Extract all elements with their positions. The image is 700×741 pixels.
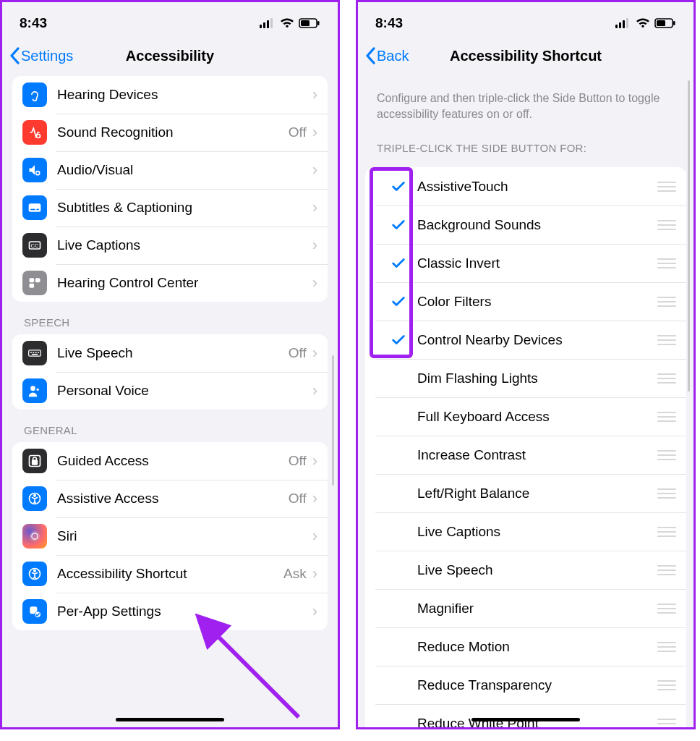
phone-accessibility: 8:43 Settings Accessibility Hearing Devi…	[0, 0, 340, 729]
drag-handle-icon[interactable]	[657, 297, 676, 307]
svg-rect-25	[33, 460, 38, 465]
svg-point-7	[37, 135, 40, 138]
scrollbar[interactable]	[688, 80, 690, 391]
row-guided-access[interactable]: Guided Access Off ›	[12, 442, 328, 480]
check-icon	[380, 217, 417, 233]
drag-handle-icon[interactable]	[657, 220, 676, 230]
svg-rect-0	[260, 25, 262, 28]
row-per-app-settings[interactable]: Per-App Settings ›	[12, 593, 328, 630]
hearing-cc-icon	[22, 271, 47, 295]
home-indicator[interactable]	[116, 718, 224, 721]
back-label: Settings	[21, 48, 73, 64]
drag-handle-icon[interactable]	[657, 450, 676, 460]
shortcut-row[interactable]: Dim Flashing Lights	[365, 359, 686, 397]
battery-icon	[299, 18, 320, 28]
subtitles-icon	[22, 195, 47, 220]
shortcut-row[interactable]: Full Keyboard Access	[365, 397, 686, 436]
row-label: Personal Voice	[57, 383, 312, 399]
drag-handle-icon[interactable]	[657, 335, 676, 345]
row-audio-visual[interactable]: Audio/Visual ›	[12, 151, 328, 189]
row-label: Hearing Control Center	[57, 275, 312, 291]
shortcut-row[interactable]: AssistiveTouch	[365, 167, 686, 206]
svg-rect-20	[35, 352, 37, 353]
row-personal-voice[interactable]: Personal Voice ›	[12, 372, 328, 410]
content-right[interactable]: Configure and then triple-click the Side…	[358, 73, 693, 727]
audio-visual-icon	[22, 158, 47, 182]
shortcut-row[interactable]: Magnifier	[365, 589, 686, 627]
row-value: Off	[289, 345, 307, 361]
drag-handle-icon[interactable]	[657, 412, 676, 422]
check-icon	[380, 179, 417, 195]
battery-icon	[654, 18, 676, 28]
svg-rect-6	[317, 21, 320, 25]
drag-handle-icon[interactable]	[657, 604, 676, 614]
chevron-right-icon: ›	[312, 602, 317, 621]
svg-rect-14	[30, 278, 35, 282]
drag-handle-icon[interactable]	[657, 488, 676, 499]
svg-rect-18	[30, 352, 32, 353]
content-left[interactable]: Hearing Devices › Sound Recognition Off …	[2, 73, 338, 727]
shortcut-row[interactable]: Increase Contrast	[365, 436, 686, 474]
svg-rect-1	[263, 22, 265, 28]
personal-voice-icon	[22, 378, 47, 403]
row-label: Subtitles & Captioning	[57, 200, 312, 216]
shortcut-row[interactable]: Classic Invert	[365, 244, 686, 282]
row-hearing-devices[interactable]: Hearing Devices ›	[12, 76, 328, 114]
shortcut-row[interactable]: Reduce White Point	[365, 704, 686, 727]
shortcut-label: Reduce Transparency	[417, 677, 657, 693]
chevron-right-icon: ›	[312, 527, 317, 546]
shortcut-label: Live Speech	[417, 562, 657, 578]
home-indicator[interactable]	[471, 718, 580, 721]
drag-handle-icon[interactable]	[657, 527, 676, 537]
drag-handle-icon[interactable]	[657, 258, 676, 268]
svg-rect-40	[657, 20, 665, 26]
row-subtitles-captioning[interactable]: Subtitles & Captioning ›	[12, 189, 328, 226]
row-hearing-control-center[interactable]: Hearing Control Center ›	[12, 264, 328, 302]
svg-line-34	[201, 619, 299, 717]
row-live-captions[interactable]: CC Live Captions ›	[12, 226, 328, 264]
shortcut-row[interactable]: Live Speech	[365, 551, 686, 589]
chevron-right-icon: ›	[312, 564, 317, 583]
lock-icon	[22, 449, 47, 473]
shortcut-row[interactable]: Control Nearby Devices	[365, 321, 686, 359]
shortcut-label: Dim Flashing Lights	[417, 370, 657, 386]
drag-handle-icon[interactable]	[657, 373, 676, 384]
row-label: Audio/Visual	[57, 162, 312, 178]
row-live-speech[interactable]: Live Speech Off ›	[12, 334, 328, 372]
svg-rect-15	[35, 278, 40, 282]
row-value: Off	[289, 453, 307, 469]
shortcut-row[interactable]: Reduce Motion	[365, 627, 686, 666]
svg-rect-38	[626, 18, 628, 28]
shortcut-label: Full Keyboard Access	[417, 409, 657, 425]
svg-rect-21	[38, 352, 39, 353]
drag-handle-icon[interactable]	[657, 680, 676, 690]
drag-handle-icon[interactable]	[657, 719, 676, 727]
row-accessibility-shortcut[interactable]: Accessibility Shortcut Ask ›	[12, 555, 328, 593]
back-button[interactable]: Settings	[9, 47, 73, 64]
row-label: Accessibility Shortcut	[57, 566, 283, 582]
row-siri[interactable]: Siri ›	[12, 517, 328, 555]
shortcut-row[interactable]: Live Captions	[365, 512, 686, 551]
drag-handle-icon[interactable]	[657, 182, 676, 192]
svg-rect-22	[32, 354, 38, 355]
shortcut-label: Live Captions	[417, 524, 657, 540]
chevron-left-icon	[9, 47, 20, 64]
svg-rect-35	[615, 25, 618, 28]
per-app-icon	[22, 599, 47, 624]
svg-rect-2	[267, 20, 269, 28]
ear-icon	[22, 82, 47, 107]
row-sound-recognition[interactable]: Sound Recognition Off ›	[12, 114, 328, 151]
drag-handle-icon[interactable]	[657, 565, 676, 575]
shortcut-row[interactable]: Left/Right Balance	[365, 474, 686, 512]
row-assistive-access[interactable]: Assistive Access Off ›	[12, 480, 328, 517]
nav-bar: Settings Accessibility	[2, 38, 338, 73]
drag-handle-icon[interactable]	[657, 642, 676, 652]
back-button[interactable]: Back	[365, 47, 409, 64]
scrollbar[interactable]	[332, 355, 334, 486]
shortcut-row[interactable]: Color Filters	[365, 282, 686, 321]
shortcut-label: Reduce Motion	[417, 639, 657, 655]
row-value: Ask	[283, 566, 307, 582]
shortcut-row[interactable]: Background Sounds	[365, 206, 686, 244]
shortcut-row[interactable]: Reduce Transparency	[365, 666, 686, 704]
status-time: 8:43	[20, 15, 47, 31]
